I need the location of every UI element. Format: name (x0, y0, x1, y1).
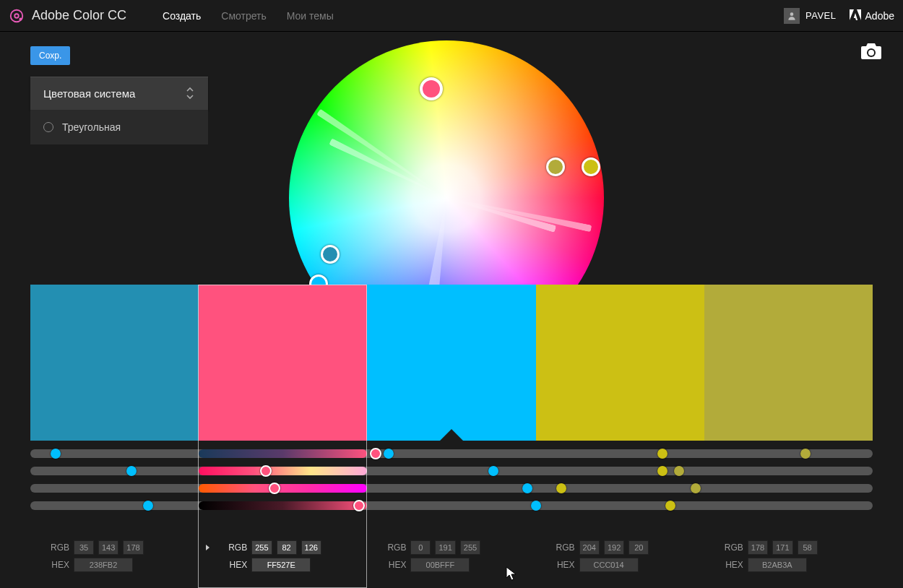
rgb-label: RGB (38, 542, 69, 553)
tab-explore[interactable]: Смотреть (221, 10, 266, 22)
svg-point-2 (19, 17, 22, 20)
swatch-row (30, 285, 873, 441)
hex-label: HEX (712, 560, 743, 570)
slider-thumb[interactable] (370, 448, 381, 459)
radio-icon (43, 122, 53, 132)
rule-label: Треугольная (62, 121, 121, 133)
swatch[interactable] (30, 285, 199, 441)
user-name: PAVEL (805, 10, 836, 21)
hex-cell[interactable]: FF527E (251, 558, 311, 572)
swatch[interactable] (199, 285, 367, 441)
slider-thumb[interactable] (143, 501, 153, 511)
value-column: RGB17817158HEXB2AB3A (704, 537, 873, 575)
rgb-label: RGB (215, 542, 247, 553)
wheel-marker[interactable] (321, 245, 340, 264)
rgb-cell[interactable]: 178 (748, 540, 768, 555)
slider-thumb[interactable] (657, 449, 667, 459)
chevron-updown-icon (185, 87, 195, 100)
hex-cell[interactable]: 238FB2 (74, 558, 133, 572)
value-column: RGB20419220HEXCCC014 (536, 537, 704, 575)
rgb-cell[interactable]: 178 (123, 540, 143, 555)
hex-cell[interactable]: B2AB3A (748, 558, 807, 572)
svg-point-3 (790, 12, 794, 16)
rgb-cell[interactable]: 191 (435, 540, 455, 555)
app-title: Adobe Color CC (32, 8, 126, 23)
rgb-cell[interactable]: 82 (277, 540, 297, 555)
wheel-marker[interactable] (420, 77, 443, 100)
swatch[interactable] (367, 285, 535, 441)
slider-row[interactable] (30, 467, 873, 475)
rgb-cell[interactable]: 171 (772, 540, 792, 555)
hex-label: HEX (215, 560, 247, 570)
adobe-link[interactable]: Adobe (850, 9, 894, 22)
slider-thumb[interactable] (691, 483, 701, 493)
slider-thumb[interactable] (51, 449, 61, 459)
sliders-panel (30, 449, 873, 519)
rgb-cell[interactable]: 0 (410, 540, 431, 555)
rgb-label: RGB (712, 542, 743, 553)
hex-cell[interactable]: 00BFFF (410, 558, 470, 572)
rgb-cell[interactable]: 35 (74, 540, 94, 555)
tab-create[interactable]: Создать (163, 10, 201, 22)
value-column: RGB25582126HEXFF527E (199, 537, 367, 575)
slider-row[interactable] (30, 449, 873, 458)
wheel-marker[interactable] (546, 157, 565, 176)
save-button[interactable]: Сохр. (30, 46, 70, 65)
svg-point-1 (14, 14, 19, 18)
slider-thumb[interactable] (800, 449, 811, 459)
rgb-cell[interactable]: 126 (301, 540, 321, 555)
tab-mythemes[interactable]: Мои темы (287, 10, 334, 22)
slider-thumb[interactable] (522, 483, 532, 493)
sidebar-heading[interactable]: Цветовая система (30, 77, 208, 110)
rgb-cell[interactable]: 20 (628, 540, 649, 555)
slider-thumb[interactable] (260, 465, 272, 477)
slider-thumb[interactable] (126, 466, 137, 476)
user-avatar-icon (784, 8, 800, 24)
slider-thumb[interactable] (531, 501, 541, 511)
user-menu[interactable]: PAVEL (784, 8, 836, 24)
main-canvas: Сохр. Цветовая система Треугольная RGB35… (0, 32, 903, 588)
app-header: Adobe Color CC Создать Смотреть Мои темы… (0, 0, 903, 32)
rule-sidebar: Цветовая система Треугольная (30, 77, 208, 144)
svg-point-5 (868, 50, 874, 56)
value-column: RGB35143178HEX238FB2 (30, 537, 199, 575)
rgb-cell[interactable]: 255 (251, 540, 272, 555)
slider-thumb[interactable] (674, 466, 684, 476)
slider-thumb[interactable] (384, 449, 394, 459)
slider-thumb[interactable] (353, 500, 365, 511)
adobe-a-icon (850, 9, 861, 22)
rgb-label: RGB (543, 542, 575, 553)
triangle-right-icon (206, 545, 209, 550)
rgb-cell[interactable]: 192 (604, 540, 624, 555)
hex-cell[interactable]: CCC014 (579, 558, 639, 572)
header-tabs: Создать Смотреть Мои темы (163, 10, 334, 22)
hex-label: HEX (374, 560, 406, 570)
color-wheel-icon (9, 8, 25, 24)
cursor-icon (506, 566, 517, 584)
slider-row[interactable] (30, 501, 873, 510)
rgb-cell[interactable]: 204 (579, 540, 600, 555)
swatch[interactable] (536, 285, 704, 441)
values-row: RGB35143178HEX238FB2RGB25582126HEXFF527E… (30, 537, 873, 575)
hex-label: HEX (543, 560, 575, 570)
sidebar-heading-label: Цветовая система (43, 87, 135, 100)
slider-thumb[interactable] (556, 483, 566, 493)
app-logo: Adobe Color CC (9, 8, 126, 24)
slider-thumb[interactable] (488, 466, 498, 476)
wheel-marker[interactable] (582, 157, 600, 176)
rgb-cell[interactable]: 143 (98, 540, 118, 555)
adobe-label: Adobe (865, 10, 894, 22)
slider-row[interactable] (30, 484, 873, 493)
rgb-label: RGB (374, 542, 406, 553)
rgb-cell[interactable]: 58 (798, 540, 818, 555)
rgb-cell[interactable]: 255 (460, 540, 480, 555)
hex-label: HEX (38, 560, 69, 570)
sidebar-rule-option[interactable]: Треугольная (30, 110, 208, 144)
swatch[interactable] (704, 285, 873, 441)
slider-thumb[interactable] (269, 483, 280, 494)
slider-thumb[interactable] (657, 466, 667, 476)
slider-thumb[interactable] (665, 501, 675, 511)
camera-icon[interactable] (860, 42, 883, 64)
